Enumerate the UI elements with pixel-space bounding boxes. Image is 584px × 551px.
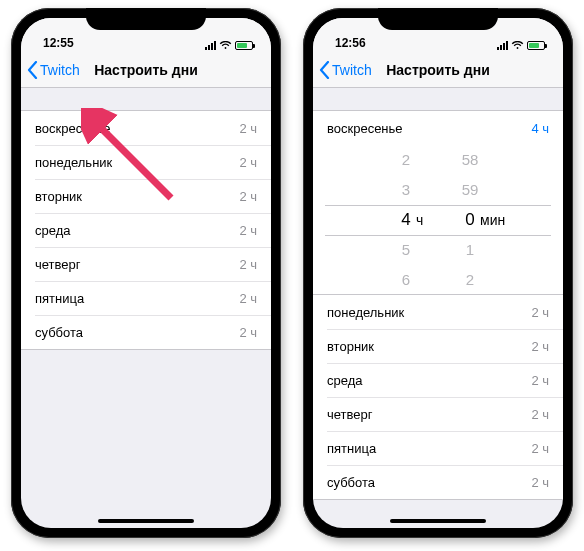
day-value: 2 ч (531, 441, 549, 456)
picker-item: 58 (438, 145, 502, 175)
day-value: 2 ч (239, 325, 257, 340)
picker-hours-column[interactable]: 1 2 3 4 5 6 7 ч (374, 145, 438, 294)
home-indicator[interactable] (390, 519, 486, 523)
day-value: 2 ч (531, 305, 549, 320)
day-value: 2 ч (239, 257, 257, 272)
phone-right: 12:56 Twitch Настроить дни воскресенье 4… (303, 8, 573, 538)
status-icons (497, 41, 545, 50)
picker-minutes-column[interactable]: 57 58 59 0 1 2 3 мин (438, 145, 502, 294)
picker-item: 2 (438, 265, 502, 295)
day-value: 2 ч (531, 407, 549, 422)
chevron-left-icon (27, 61, 38, 79)
content[interactable]: воскресенье 4 ч 1 2 3 4 5 6 7 ч (313, 88, 563, 528)
back-button[interactable]: Twitch (319, 61, 372, 79)
day-value: 2 ч (239, 121, 257, 136)
day-label: воскресенье (35, 121, 111, 136)
picker-item: 59 (438, 175, 502, 205)
chevron-left-icon (319, 61, 330, 79)
screen: 12:55 Twitch Настроить дни воскресенье2 … (21, 18, 271, 528)
expanded-row-list: воскресенье 4 ч (313, 110, 563, 145)
nav-bar: Twitch Настроить дни (21, 52, 271, 88)
day-value: 2 ч (239, 155, 257, 170)
day-row-saturday[interactable]: суббота2 ч (21, 315, 271, 349)
day-value: 4 ч (531, 121, 549, 136)
picker-item: 1 (438, 235, 502, 265)
home-indicator[interactable] (98, 519, 194, 523)
day-row-sunday-expanded[interactable]: воскресенье 4 ч (313, 111, 563, 145)
status-time: 12:56 (335, 36, 366, 50)
day-row-monday[interactable]: понедельник2 ч (21, 145, 271, 179)
back-label: Twitch (40, 62, 80, 78)
day-row-thursday[interactable]: четверг2 ч (313, 397, 563, 431)
wifi-icon (511, 41, 524, 50)
day-row-tuesday[interactable]: вторник2 ч (313, 329, 563, 363)
day-label: понедельник (35, 155, 112, 170)
day-label: пятница (327, 441, 376, 456)
battery-icon (527, 41, 545, 50)
day-row-wednesday[interactable]: среда2 ч (313, 363, 563, 397)
status-time: 12:55 (43, 36, 74, 50)
day-list: воскресенье2 ч понедельник2 ч вторник2 ч… (21, 110, 271, 350)
battery-icon (235, 41, 253, 50)
nav-bar: Twitch Настроить дни (313, 52, 563, 88)
day-value: 2 ч (531, 373, 549, 388)
picker-item-selected: 4 (374, 205, 438, 235)
day-label: среда (327, 373, 363, 388)
day-label: воскресенье (327, 121, 403, 136)
day-value: 2 ч (531, 475, 549, 490)
picker-item: 6 (374, 265, 438, 295)
phone-left: 12:55 Twitch Настроить дни воскресенье2 … (11, 8, 281, 538)
day-list: понедельник2 ч вторник2 ч среда2 ч четве… (313, 295, 563, 500)
picker-minutes-unit: мин (480, 212, 505, 228)
day-value: 2 ч (239, 223, 257, 238)
day-label: среда (35, 223, 71, 238)
day-label: понедельник (327, 305, 404, 320)
time-picker[interactable]: 1 2 3 4 5 6 7 ч 57 58 59 0 1 2 3 (313, 145, 563, 295)
day-row-friday[interactable]: пятница2 ч (21, 281, 271, 315)
content[interactable]: воскресенье2 ч понедельник2 ч вторник2 ч… (21, 88, 271, 528)
day-label: вторник (327, 339, 374, 354)
day-row-tuesday[interactable]: вторник2 ч (21, 179, 271, 213)
day-label: суббота (327, 475, 375, 490)
day-row-sunday[interactable]: воскресенье2 ч (21, 111, 271, 145)
signal-icon (497, 41, 508, 50)
day-row-saturday[interactable]: суббота2 ч (313, 465, 563, 499)
picker-item: 3 (374, 175, 438, 205)
notch (86, 8, 206, 30)
back-label: Twitch (332, 62, 372, 78)
day-value: 2 ч (239, 189, 257, 204)
wifi-icon (219, 41, 232, 50)
screen: 12:56 Twitch Настроить дни воскресенье 4… (313, 18, 563, 528)
picker-item: 2 (374, 145, 438, 175)
day-label: суббота (35, 325, 83, 340)
picker-hours-unit: ч (416, 212, 423, 228)
picker-item: 5 (374, 235, 438, 265)
status-icons (205, 41, 253, 50)
day-row-friday[interactable]: пятница2 ч (313, 431, 563, 465)
back-button[interactable]: Twitch (27, 61, 80, 79)
day-value: 2 ч (239, 291, 257, 306)
day-row-monday[interactable]: понедельник2 ч (313, 295, 563, 329)
day-row-thursday[interactable]: четверг2 ч (21, 247, 271, 281)
day-label: пятница (35, 291, 84, 306)
day-label: четверг (35, 257, 81, 272)
day-row-wednesday[interactable]: среда2 ч (21, 213, 271, 247)
signal-icon (205, 41, 216, 50)
day-value: 2 ч (531, 339, 549, 354)
notch (378, 8, 498, 30)
day-label: вторник (35, 189, 82, 204)
day-label: четверг (327, 407, 373, 422)
